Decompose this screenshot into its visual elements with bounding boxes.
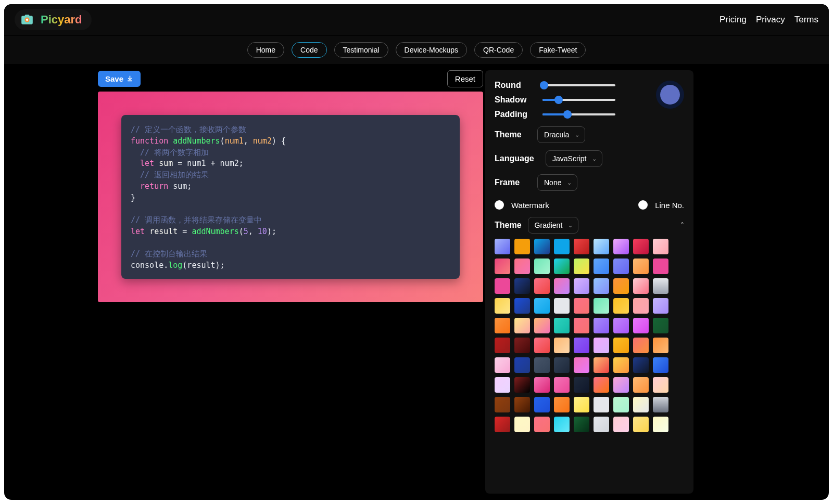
- gradient-swatch[interactable]: [534, 278, 550, 294]
- gradient-swatch[interactable]: [514, 397, 530, 412]
- gradient-swatch[interactable]: [574, 318, 589, 333]
- logo[interactable]: Picyard: [15, 9, 92, 30]
- gradient-swatch[interactable]: [613, 338, 629, 353]
- gradient-swatch[interactable]: [633, 259, 649, 274]
- gradient-swatch[interactable]: [574, 377, 589, 393]
- gradient-swatch[interactable]: [495, 397, 510, 412]
- top-link-terms[interactable]: Terms: [794, 15, 818, 25]
- gradient-swatch[interactable]: [534, 417, 550, 432]
- nav-tab-qr-code[interactable]: QR-Code: [474, 42, 523, 58]
- gradient-swatch[interactable]: [653, 318, 668, 333]
- gradient-swatch[interactable]: [554, 259, 570, 274]
- gradient-swatch[interactable]: [574, 278, 589, 294]
- gradient-swatch[interactable]: [495, 357, 510, 373]
- gradient-swatch[interactable]: [653, 239, 668, 254]
- gradient-swatch[interactable]: [495, 278, 510, 294]
- gradient-swatch[interactable]: [613, 318, 629, 333]
- gradient-swatch[interactable]: [495, 239, 510, 254]
- gradient-swatch[interactable]: [594, 417, 609, 432]
- gradient-swatch[interactable]: [514, 318, 530, 333]
- gradient-swatch[interactable]: [534, 318, 550, 333]
- gradient-swatch[interactable]: [554, 417, 570, 432]
- code-content[interactable]: // 定义一个函数，接收两个参数 function addNumbers(num…: [131, 124, 450, 272]
- gradient-swatch[interactable]: [653, 377, 668, 393]
- nav-tab-fake-tweet[interactable]: Fake-Tweet: [530, 42, 586, 58]
- collapse-toggle[interactable]: ˄: [680, 221, 684, 229]
- gradient-swatch[interactable]: [554, 239, 570, 254]
- nav-tab-code[interactable]: Code: [292, 42, 326, 58]
- gradient-swatch[interactable]: [613, 278, 629, 294]
- gradient-swatch[interactable]: [554, 318, 570, 333]
- gradient-swatch[interactable]: [554, 357, 570, 373]
- gradient-swatch[interactable]: [534, 357, 550, 373]
- gradient-swatch[interactable]: [633, 239, 649, 254]
- gradient-swatch[interactable]: [633, 338, 649, 353]
- gradient-swatch[interactable]: [613, 259, 629, 274]
- preview-canvas[interactable]: // 定义一个函数，接收两个参数 function addNumbers(num…: [98, 92, 483, 302]
- gradient-swatch[interactable]: [534, 338, 550, 353]
- gradient-swatch[interactable]: [633, 377, 649, 393]
- gradient-swatch[interactable]: [653, 417, 668, 432]
- gradient-swatch[interactable]: [613, 298, 629, 314]
- gradient-swatch[interactable]: [495, 298, 510, 314]
- gradient-swatch[interactable]: [514, 259, 530, 274]
- padding-slider[interactable]: [542, 113, 615, 115]
- gradient-swatch[interactable]: [594, 338, 609, 353]
- code-window[interactable]: // 定义一个函数，接收两个参数 function addNumbers(num…: [121, 115, 460, 279]
- gradient-swatch[interactable]: [574, 338, 589, 353]
- theme-select[interactable]: Dracula ⌄: [537, 126, 585, 143]
- gradient-swatch[interactable]: [613, 357, 629, 373]
- gradient-swatch[interactable]: [534, 259, 550, 274]
- gradient-swatch[interactable]: [653, 298, 668, 314]
- color-preview[interactable]: [656, 81, 684, 109]
- gradient-mode-select[interactable]: Gradient ⌄: [528, 217, 579, 234]
- gradient-swatch[interactable]: [653, 338, 668, 353]
- gradient-swatch[interactable]: [495, 318, 510, 333]
- gradient-swatch[interactable]: [633, 298, 649, 314]
- gradient-swatch[interactable]: [534, 239, 550, 254]
- frame-select[interactable]: None ⌄: [537, 174, 577, 191]
- gradient-swatch[interactable]: [554, 377, 570, 393]
- gradient-swatch[interactable]: [633, 397, 649, 412]
- gradient-swatch[interactable]: [495, 338, 510, 353]
- watermark-toggle[interactable]: Watermark: [495, 200, 549, 210]
- gradient-swatch[interactable]: [554, 298, 570, 314]
- gradient-swatch[interactable]: [574, 417, 589, 432]
- gradient-swatch[interactable]: [495, 417, 510, 432]
- gradient-swatch[interactable]: [574, 239, 589, 254]
- gradient-swatch[interactable]: [594, 377, 609, 393]
- gradient-swatch[interactable]: [633, 357, 649, 373]
- gradient-swatch[interactable]: [574, 259, 589, 274]
- shadow-slider[interactable]: [542, 99, 615, 101]
- gradient-swatch[interactable]: [574, 397, 589, 412]
- nav-tab-device-mockups[interactable]: Device-Mockups: [396, 42, 467, 58]
- gradient-swatch[interactable]: [514, 377, 530, 393]
- gradient-swatch[interactable]: [534, 377, 550, 393]
- gradient-swatch[interactable]: [594, 259, 609, 274]
- gradient-swatch[interactable]: [554, 278, 570, 294]
- gradient-swatch[interactable]: [653, 357, 668, 373]
- gradient-swatch[interactable]: [613, 239, 629, 254]
- gradient-swatch[interactable]: [495, 377, 510, 393]
- gradient-swatch[interactable]: [594, 318, 609, 333]
- gradient-swatch[interactable]: [594, 298, 609, 314]
- gradient-swatch[interactable]: [514, 417, 530, 432]
- nav-tab-testimonial[interactable]: Testimonial: [334, 42, 388, 58]
- gradient-swatch[interactable]: [495, 259, 510, 274]
- round-slider[interactable]: [542, 84, 615, 86]
- gradient-swatch[interactable]: [594, 239, 609, 254]
- reset-button[interactable]: Reset: [447, 70, 483, 87]
- gradient-swatch[interactable]: [574, 357, 589, 373]
- save-button[interactable]: Save: [98, 71, 141, 87]
- gradient-swatch[interactable]: [554, 397, 570, 412]
- lineno-toggle[interactable]: Line No.: [638, 200, 684, 210]
- gradient-swatch[interactable]: [633, 318, 649, 333]
- gradient-swatch[interactable]: [514, 239, 530, 254]
- gradient-swatch[interactable]: [653, 259, 668, 274]
- gradient-swatch[interactable]: [514, 338, 530, 353]
- gradient-swatch[interactable]: [613, 417, 629, 432]
- gradient-swatch[interactable]: [594, 278, 609, 294]
- gradient-swatch[interactable]: [613, 397, 629, 412]
- gradient-swatch[interactable]: [514, 298, 530, 314]
- gradient-swatch[interactable]: [574, 298, 589, 314]
